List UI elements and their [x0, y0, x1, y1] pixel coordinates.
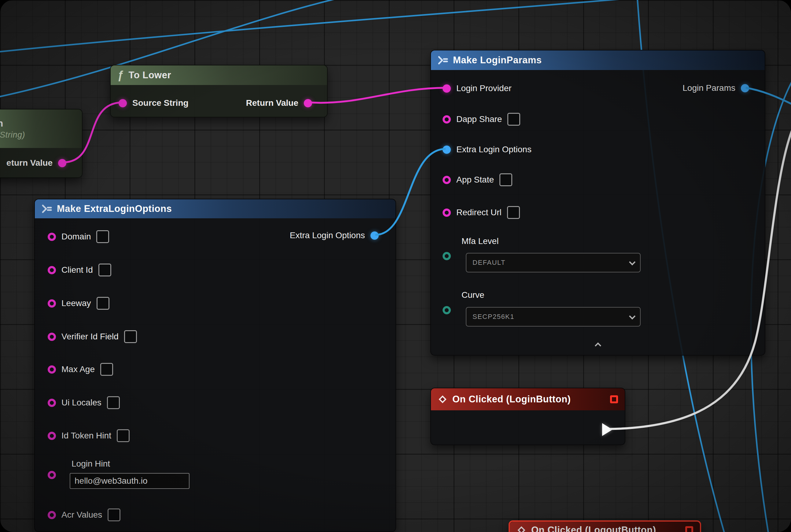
wire-magenta-tolower-to-loginprovider[interactable] — [309, 88, 446, 103]
wire-magenta-returnvalue-to-sourcestring[interactable] — [63, 102, 122, 163]
graph-canvas[interactable]: tion ox (String) eturn Value ƒ To Lower … — [0, 0, 791, 532]
blueprint-editor: tion ox (String) eturn Value ƒ To Lower … — [0, 0, 791, 532]
wire-blue-loginparams-output[interactable] — [746, 88, 791, 106]
wire-white-exec[interactable] — [610, 124, 791, 429]
wire-blue-extraloginoptions[interactable] — [375, 149, 446, 235]
wires-foreground-layer — [0, 0, 791, 532]
